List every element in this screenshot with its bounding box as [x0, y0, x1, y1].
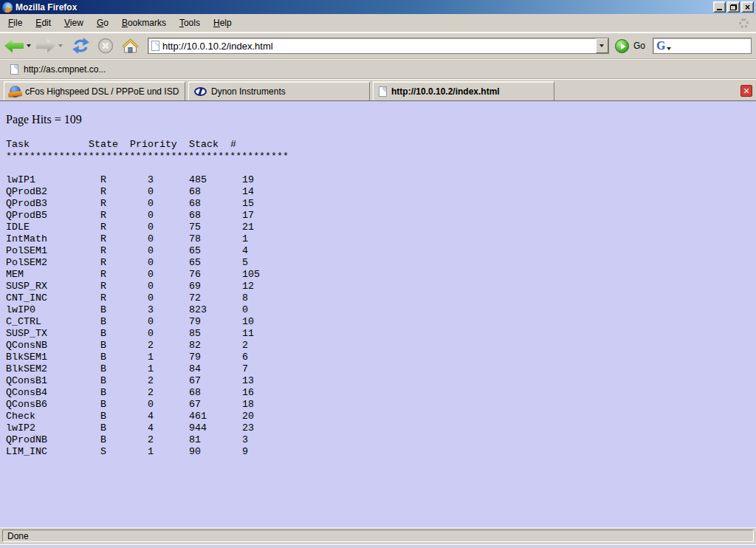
back-button[interactable] [4, 38, 35, 53]
search-bar[interactable]: G [653, 38, 752, 54]
menu-item[interactable]: Go [90, 16, 115, 30]
table-row: PolSEM2R0655 [6, 257, 750, 269]
restore-button[interactable] [727, 1, 740, 13]
stop-button[interactable] [97, 38, 114, 54]
address-dropdown-button[interactable] [596, 38, 608, 53]
menu-item[interactable]: Bookmarks [115, 16, 173, 30]
stack-cell: 72 [189, 292, 242, 304]
task-name-cell: QConsB4 [6, 387, 100, 399]
address-input[interactable] [159, 39, 596, 52]
back-arrow-icon [4, 38, 24, 53]
minimize-button[interactable] [713, 1, 726, 13]
go-button[interactable]: Go [615, 39, 645, 53]
bookmark-page-icon [10, 64, 18, 75]
state-cell: B [100, 422, 148, 434]
menu-item[interactable]: Edit [29, 16, 58, 30]
table-row: SUSP_TXB08511 [6, 328, 750, 340]
count-cell: 14 [242, 186, 254, 198]
state-cell: B [100, 340, 148, 352]
state-cell: B [100, 328, 148, 340]
table-row: QConsB4B26816 [6, 387, 750, 399]
table-row: IDLER07521 [6, 222, 750, 233]
tab-dynon[interactable]: Dynon Instruments [188, 81, 370, 100]
cfos-icon [10, 86, 21, 97]
menu-item[interactable]: File [1, 16, 29, 30]
bookmarks-toolbar: http://as.cmpnet.co... [0, 59, 756, 79]
table-row: MEMR076105 [6, 269, 750, 281]
table-row: lwIP1R348519 [6, 174, 750, 186]
count-cell: 8 [242, 292, 248, 304]
back-dropdown-caret[interactable] [27, 44, 31, 47]
stack-cell: 485 [189, 174, 242, 186]
count-cell: 12 [242, 281, 254, 292]
state-cell: R [100, 186, 148, 198]
count-cell: 105 [242, 269, 260, 281]
forward-dropdown-caret[interactable] [58, 44, 63, 47]
task-name-cell: MEM [6, 269, 100, 281]
menu-item[interactable]: Tools [173, 16, 207, 30]
browser-window: Mozilla Firefox × File Edit View Go Book… [0, 0, 756, 548]
tab-cfos[interactable]: cFos Highspeed DSL / PPPoE und ISDN CAP.… [4, 81, 185, 100]
stack-cell: 79 [189, 316, 242, 328]
search-input[interactable] [671, 39, 756, 52]
task-name-cell: SUSP_RX [6, 281, 100, 292]
state-cell: B [100, 375, 148, 387]
stack-cell: 69 [189, 281, 242, 292]
state-cell: R [100, 222, 148, 233]
priority-cell: 2 [148, 340, 189, 352]
count-cell: 19 [242, 174, 254, 186]
close-icon: × [745, 4, 750, 11]
home-button[interactable] [121, 38, 140, 54]
task-name-cell: QProdNB [6, 434, 100, 446]
priority-cell: 0 [148, 316, 189, 328]
priority-cell: 0 [148, 233, 189, 245]
table-row: lwIP2B494423 [6, 422, 750, 434]
state-cell: R [100, 233, 148, 245]
priority-cell: 0 [148, 292, 189, 304]
tab-label: cFos Highspeed DSL / PPPoE und ISDN CAP.… [25, 86, 179, 97]
count-cell: 5 [242, 257, 248, 269]
priority-cell: 1 [148, 446, 189, 458]
state-cell: B [100, 399, 148, 411]
close-button[interactable]: × [741, 1, 754, 13]
window-title: Mozilla Firefox [16, 2, 77, 13]
stack-cell: 81 [189, 434, 242, 446]
priority-cell: 2 [148, 434, 189, 446]
count-cell: 20 [242, 411, 254, 422]
table-row: BlkSEM1B1796 [6, 352, 750, 363]
address-bar[interactable] [148, 38, 609, 54]
forward-button[interactable] [36, 38, 66, 53]
header-task: Task [6, 139, 89, 151]
task-name-cell: SUSP_TX [6, 328, 100, 340]
table-row: PolSEM1R0654 [6, 245, 750, 257]
priority-cell: 0 [148, 210, 189, 222]
priority-cell: 0 [148, 222, 189, 233]
tab-index-html[interactable]: http://10.0.10.2/index.html [373, 81, 554, 100]
menu-item[interactable]: View [58, 16, 90, 30]
priority-cell: 2 [148, 375, 189, 387]
task-name-cell: BlkSEM1 [6, 352, 100, 363]
stack-cell: 67 [189, 375, 242, 387]
state-cell: B [100, 352, 148, 363]
task-name-cell: BlkSEM2 [6, 363, 100, 375]
bookmark-item[interactable]: http://as.cmpnet.co... [7, 63, 109, 76]
table-row: IntMathR0781 [6, 233, 750, 245]
reload-button[interactable] [72, 38, 90, 54]
priority-cell: 1 [148, 352, 189, 363]
restore-icon [730, 4, 737, 10]
priority-cell: 2 [148, 387, 189, 399]
priority-cell: 0 [148, 281, 189, 292]
table-row: C_CTRLB07910 [6, 316, 750, 328]
count-cell: 21 [242, 222, 254, 233]
menu-item[interactable]: Help [207, 16, 238, 30]
task-name-cell: PolSEM2 [6, 257, 100, 269]
task-name-cell: IDLE [6, 222, 100, 233]
count-cell: 18 [242, 399, 254, 411]
stack-cell: 944 [189, 422, 242, 434]
page-icon [151, 41, 159, 51]
priority-cell: 0 [148, 257, 189, 269]
table-row: QConsB1B26713 [6, 375, 750, 387]
google-g-icon[interactable]: G [656, 40, 665, 52]
header-state: State [89, 139, 130, 151]
tab-close-button[interactable]: ✕ [740, 85, 752, 97]
